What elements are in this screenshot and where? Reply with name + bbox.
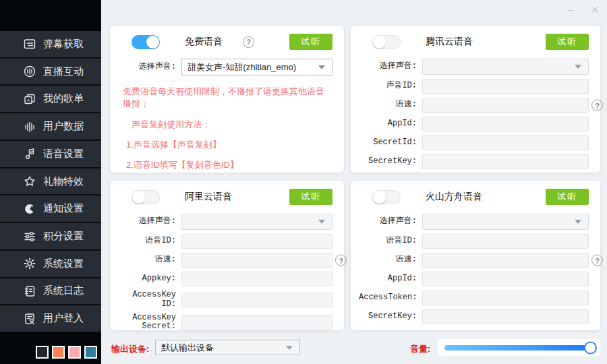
tencent-field-3-input[interactable] — [422, 117, 589, 131]
tencent-field-1-input[interactable] — [422, 79, 589, 94]
sidebar-item-label: 用户数据 — [43, 120, 84, 133]
volcano-field-3-input[interactable] — [422, 272, 589, 286]
free-voice-select[interactable]: 甜美女声-知甜(zhitian_emo) — [181, 59, 333, 75]
log-icon — [22, 284, 37, 299]
volume-slider[interactable] — [437, 338, 601, 357]
output-device-value: 默认输出设备 — [161, 342, 214, 354]
theme-swatch-3[interactable] — [68, 346, 81, 359]
theme-swatch-1[interactable] — [36, 346, 49, 359]
volcano-field-5-input[interactable] — [422, 309, 589, 324]
tencent-field-4-input[interactable] — [422, 135, 589, 150]
ali-field-3-label: Appkey: — [118, 274, 176, 284]
tencent-voice-toggle[interactable] — [372, 35, 401, 49]
slider-thumb[interactable] — [584, 341, 597, 354]
panel-title: 阿里云语音 — [185, 191, 232, 203]
userdata-icon — [22, 119, 37, 134]
volcano-field-4-input[interactable] — [422, 291, 589, 305]
sidebar-item-1[interactable]: 弹幕获取 — [0, 31, 101, 59]
volcano-voice-toggle[interactable] — [372, 190, 401, 204]
tencent-field-2-label: 语速: — [359, 100, 417, 110]
clone-tips-title: 声音复刻使用方法： — [118, 119, 333, 131]
tencent-field-5-input[interactable] — [422, 154, 589, 169]
help-icon[interactable]: ? — [243, 36, 254, 48]
sidebar-item-6[interactable]: 礼物特效 — [0, 169, 101, 196]
login-icon — [22, 311, 37, 326]
help-icon[interactable]: ? — [591, 100, 603, 111]
sidebar-item-4[interactable]: 用户数据 — [0, 113, 101, 141]
ali-listen-button[interactable]: 试听 — [289, 189, 333, 205]
panel-title: 腾讯云语音 — [426, 36, 473, 48]
chevron-down-icon — [318, 65, 325, 69]
sidebar-item-label: 礼物特效 — [43, 175, 84, 188]
volcano-voice-select[interactable] — [422, 214, 589, 230]
toggle-knob — [373, 191, 386, 204]
toggle-knob — [146, 36, 159, 49]
slider-track[interactable] — [444, 345, 591, 351]
ali-field-5-input[interactable] — [181, 315, 333, 330]
output-device-select[interactable]: 默认输出设备 — [155, 340, 300, 355]
free-listen-button[interactable]: 试听 — [289, 34, 333, 50]
ali-field-4-input[interactable] — [181, 293, 333, 307]
notify-icon — [22, 202, 37, 216]
volcano-fields: 选择声音:语音ID:语速:?AppId:AccessToken:SecretKe… — [359, 214, 589, 324]
tencent-field-5-label: SecretKey: — [359, 157, 417, 166]
system-icon — [22, 256, 37, 271]
tencent-voice-select[interactable] — [422, 59, 589, 75]
volcano-field-4-label: AccessToken: — [359, 293, 417, 303]
chevron-down-icon — [286, 346, 293, 350]
sidebar-item-9[interactable]: 系统设置 — [0, 251, 101, 278]
volume-label: 音量: — [410, 343, 430, 355]
ali-voice-select[interactable] — [181, 214, 333, 230]
panel-volcano-voice: 火山方舟语音 试听 选择声音:语音ID:语速:?AppId:AccessToke… — [351, 181, 600, 330]
volcano-field-row: 语音ID: — [359, 234, 589, 249]
ali-field-row: 语速:? — [118, 253, 333, 268]
main-content: ─ ✕ 免费语音 ? 试听 选择声音:甜美女声-知甜(zhitian_emo) … — [101, 0, 607, 364]
gift-icon — [22, 174, 37, 189]
minimize-button[interactable]: ─ — [564, 3, 577, 17]
help-icon[interactable]: ? — [591, 255, 603, 266]
sidebar-nav: 弹幕获取直播互动A我的歌单用户数据语音设置礼物特效通知设置积分设置系统设置系统日… — [0, 31, 101, 332]
volcano-field-row: AccessToken: — [359, 291, 589, 305]
volcano-listen-button[interactable]: 试听 — [546, 189, 589, 205]
danmaku-icon — [22, 36, 37, 51]
tencent-listen-button[interactable]: 试听 — [546, 34, 589, 50]
free-field-0-label: 选择声音: — [118, 63, 176, 72]
ali-field-1-input[interactable] — [181, 234, 333, 249]
help-icon[interactable]: ? — [335, 255, 347, 266]
tencent-field-2-input[interactable] — [422, 98, 589, 113]
ali-field-2-label: 语速: — [118, 255, 176, 265]
sidebar-item-label: 直播互动 — [43, 65, 84, 78]
panel-title: 火山方舟语音 — [426, 191, 482, 203]
sidebar-item-11[interactable]: 用户登入 — [0, 305, 101, 332]
ali-field-2-input[interactable] — [181, 253, 333, 268]
ali-voice-toggle[interactable] — [132, 190, 160, 204]
sidebar-item-2[interactable]: 直播互动 — [0, 59, 101, 86]
chevron-down-icon — [575, 65, 581, 69]
clone-tip-1: 1.声音选择【声音复刻】 — [118, 139, 333, 151]
sidebar-item-label: 语音设置 — [43, 148, 84, 160]
sidebar-item-5[interactable]: 语音设置 — [0, 141, 101, 169]
volcano-field-2-input[interactable] — [422, 253, 589, 268]
ali-field-row: Appkey: — [118, 272, 333, 286]
clone-tip-2: 2.语音ID填写【复刻音色ID】 — [118, 159, 333, 171]
output-device-label: 输出设备: — [111, 343, 149, 355]
volcano-field-1-input[interactable] — [422, 234, 589, 249]
volcano-field-5-label: SecretKey: — [359, 312, 417, 322]
tencent-field-row: SecretId: — [359, 135, 589, 150]
theme-swatch-4[interactable] — [84, 346, 97, 359]
sidebar-item-label: 弹幕获取 — [43, 38, 84, 51]
sidebar-item-3[interactable]: A我的歌单 — [0, 86, 101, 113]
tencent-field-row: 选择声音: — [359, 59, 589, 75]
close-icon[interactable]: ✕ — [588, 3, 602, 17]
free-voice-toggle[interactable] — [132, 35, 160, 49]
tencent-field-3-label: AppId: — [359, 119, 417, 129]
theme-swatch-2[interactable] — [52, 346, 65, 359]
ali-field-3-input[interactable] — [181, 272, 333, 286]
sidebar-item-10[interactable]: 系统日志 — [0, 278, 101, 306]
theme-swatches — [36, 346, 97, 359]
toggle-knob — [132, 191, 145, 204]
sidebar-item-7[interactable]: 通知设置 — [0, 195, 101, 223]
free-fields: 选择声音:甜美女声-知甜(zhitian_emo) — [118, 59, 333, 75]
sidebar-item-8[interactable]: 积分设置 — [0, 223, 101, 251]
svg-text:A: A — [27, 98, 30, 102]
